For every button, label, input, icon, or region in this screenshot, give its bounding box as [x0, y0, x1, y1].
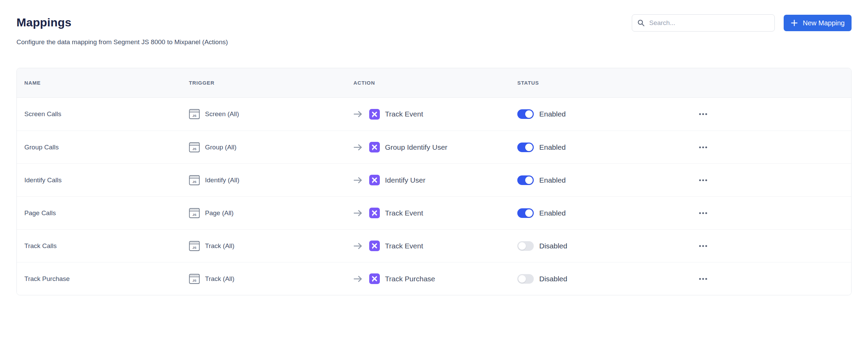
- svg-text:JS: JS: [192, 147, 196, 150]
- status-toggle[interactable]: [517, 208, 534, 218]
- action-label: Track Purchase: [385, 275, 435, 283]
- trigger-label: Group (All): [205, 144, 237, 151]
- mapping-name: Track Calls: [17, 242, 181, 250]
- js-source-icon: JS: [189, 208, 200, 219]
- search-icon: [637, 19, 645, 27]
- trigger-cell: JS Track (All): [181, 241, 346, 251]
- menu-cell: [690, 110, 851, 118]
- action-cell: Track Event: [346, 241, 510, 251]
- mixpanel-icon: [369, 208, 380, 218]
- mapping-name: Identify Calls: [17, 176, 181, 184]
- trigger-label: Identify (All): [205, 176, 239, 184]
- status-cell: Enabled: [510, 208, 690, 218]
- toggle-knob: [525, 209, 533, 217]
- trigger-label: Track (All): [205, 242, 234, 250]
- action-cell: Identify User: [346, 175, 510, 185]
- plus-icon: [791, 19, 798, 27]
- table-body: Screen Calls JS Screen (All): [17, 98, 851, 295]
- toggle-knob: [525, 144, 533, 151]
- column-header-name: NAME: [17, 80, 181, 86]
- table-row: Identify Calls JS Identify (All): [17, 163, 851, 196]
- status-label: Disabled: [539, 242, 567, 250]
- trigger-cell: JS Identify (All): [181, 175, 346, 186]
- status-toggle[interactable]: [517, 175, 534, 185]
- menu-cell: [690, 275, 851, 283]
- trigger-cell: JS Track (All): [181, 273, 346, 284]
- status-cell: Disabled: [510, 274, 690, 284]
- action-cell: Group Identify User: [346, 142, 510, 152]
- js-source-icon: JS: [189, 142, 200, 153]
- arrow-right-icon: [353, 176, 363, 184]
- row-menu-button[interactable]: [698, 242, 709, 250]
- table-header-row: NAME TRIGGER ACTION STATUS: [17, 68, 851, 98]
- status-cell: Enabled: [510, 175, 690, 185]
- status-toggle[interactable]: [517, 143, 534, 152]
- table-row: Track Calls JS Track (All): [17, 229, 851, 262]
- arrow-right-icon: [353, 110, 363, 118]
- trigger-label: Track (All): [205, 275, 234, 283]
- new-mapping-label: New Mapping: [803, 19, 845, 27]
- toggle-knob: [525, 110, 533, 118]
- arrow-right-icon: [353, 242, 363, 250]
- column-header-status: STATUS: [510, 80, 690, 86]
- status-cell: Enabled: [510, 109, 690, 119]
- toggle-knob: [518, 242, 526, 250]
- mapping-name: Screen Calls: [17, 110, 181, 118]
- header-actions: New Mapping: [632, 14, 852, 32]
- menu-cell: [690, 242, 851, 250]
- row-menu-button[interactable]: [698, 144, 709, 151]
- menu-cell: [690, 209, 851, 217]
- table-row: Track Purchase JS Track (All): [17, 262, 851, 295]
- svg-text:JS: JS: [192, 180, 196, 183]
- svg-text:JS: JS: [192, 114, 196, 118]
- mapping-name: Track Purchase: [17, 275, 181, 283]
- action-cell: Track Event: [346, 109, 510, 120]
- table-row: Screen Calls JS Screen (All): [17, 98, 851, 131]
- trigger-cell: JS Screen (All): [181, 109, 346, 120]
- new-mapping-button[interactable]: New Mapping: [784, 15, 852, 31]
- arrow-right-icon: [353, 209, 363, 217]
- mappings-table: NAME TRIGGER ACTION STATUS Screen Calls …: [16, 68, 852, 295]
- row-menu-button[interactable]: [698, 176, 709, 184]
- status-cell: Enabled: [510, 143, 690, 152]
- row-menu-button[interactable]: [698, 275, 709, 283]
- table-row: Page Calls JS Page (All): [17, 196, 851, 229]
- column-header-action: ACTION: [346, 80, 510, 86]
- js-source-icon: JS: [189, 175, 200, 186]
- status-label: Enabled: [539, 143, 566, 151]
- trigger-cell: JS Page (All): [181, 208, 346, 219]
- menu-cell: [690, 144, 851, 151]
- action-label: Identify User: [385, 176, 425, 184]
- status-toggle[interactable]: [517, 274, 534, 284]
- status-label: Enabled: [539, 110, 566, 118]
- mixpanel-icon: [369, 273, 380, 284]
- mixpanel-icon: [369, 175, 380, 185]
- mappings-page: Mappings Configure the data mapping from…: [0, 0, 868, 344]
- search-input[interactable]: [649, 19, 770, 27]
- row-menu-button[interactable]: [698, 110, 709, 118]
- search-box[interactable]: [632, 14, 775, 32]
- svg-text:JS: JS: [192, 212, 196, 216]
- trigger-cell: JS Group (All): [181, 142, 346, 153]
- status-toggle[interactable]: [517, 109, 534, 119]
- trigger-label: Page (All): [205, 209, 233, 217]
- status-cell: Disabled: [510, 241, 690, 251]
- mapping-name: Group Calls: [17, 144, 181, 151]
- trigger-label: Screen (All): [205, 110, 239, 118]
- action-label: Track Event: [385, 110, 423, 118]
- mapping-name: Page Calls: [17, 209, 181, 217]
- toggle-knob: [525, 176, 533, 184]
- svg-text:JS: JS: [192, 245, 196, 249]
- arrow-right-icon: [353, 275, 363, 283]
- row-menu-button[interactable]: [698, 209, 709, 217]
- mixpanel-icon: [369, 109, 380, 120]
- table-row: Group Calls JS Group (All): [17, 131, 851, 163]
- column-header-trigger: TRIGGER: [181, 80, 346, 86]
- status-label: Enabled: [539, 209, 566, 217]
- action-label: Track Event: [385, 242, 423, 250]
- status-label: Disabled: [539, 275, 567, 283]
- page-subtitle: Configure the data mapping from Segment …: [16, 38, 852, 46]
- js-source-icon: JS: [189, 109, 200, 120]
- mixpanel-icon: [369, 142, 380, 152]
- status-toggle[interactable]: [517, 241, 534, 251]
